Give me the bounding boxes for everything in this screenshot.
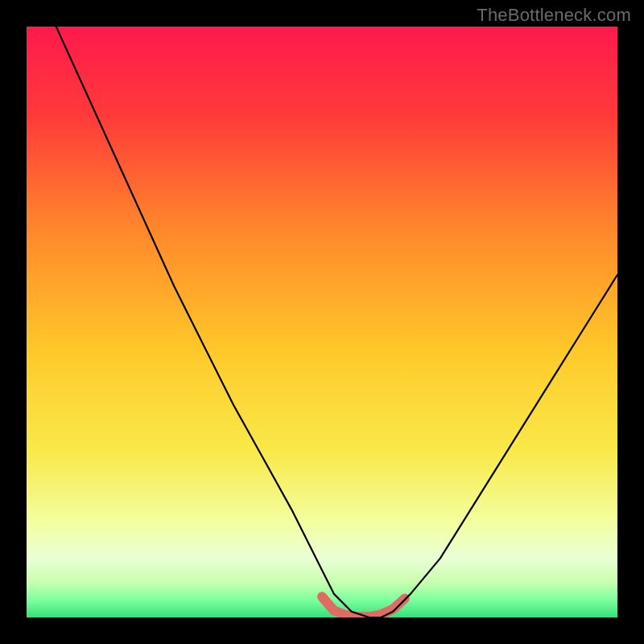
valley-highlight — [322, 597, 405, 617]
bottleneck-curve — [56, 27, 617, 617]
watermark-text: TheBottleneck.com — [477, 5, 631, 26]
curves-layer — [27, 27, 617, 617]
plot-area — [27, 27, 617, 617]
chart-frame: TheBottleneck.com — [0, 0, 644, 644]
